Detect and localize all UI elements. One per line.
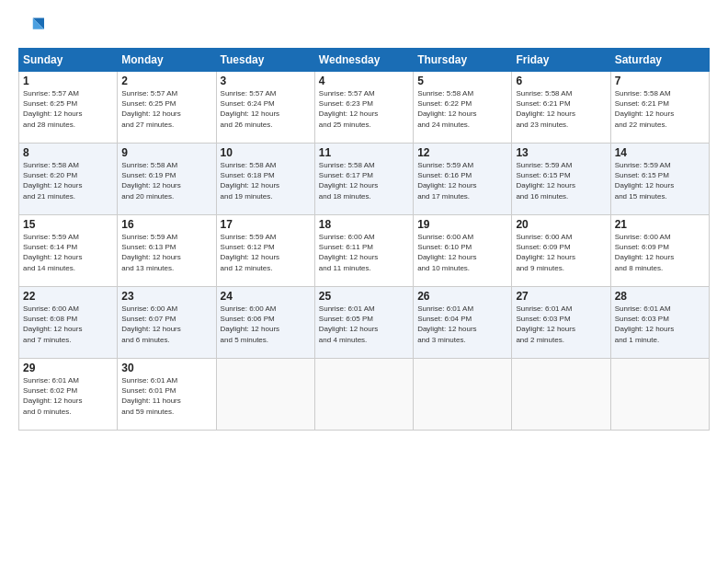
day-cell: 1Sunrise: 5:57 AM Sunset: 6:25 PM Daylig… [19, 72, 118, 144]
day-info: Sunrise: 5:58 AM Sunset: 6:22 PM Dayligh… [417, 88, 507, 130]
day-number: 13 [516, 146, 606, 159]
day-cell: 21Sunrise: 6:00 AM Sunset: 6:09 PM Dayli… [610, 215, 709, 287]
day-info: Sunrise: 5:57 AM Sunset: 6:24 PM Dayligh… [221, 88, 311, 130]
day-info: Sunrise: 6:01 AM Sunset: 6:04 PM Dayligh… [417, 304, 507, 345]
day-number: 24 [221, 290, 311, 303]
day-cell [414, 359, 512, 431]
day-number: 3 [221, 75, 311, 87]
day-cell: 18Sunrise: 6:00 AM Sunset: 6:11 PM Dayli… [314, 215, 413, 287]
day-info: Sunrise: 6:01 AM Sunset: 6:02 PM Dayligh… [23, 375, 113, 417]
day-cell [216, 359, 314, 431]
day-number: 8 [23, 146, 113, 159]
day-number: 15 [23, 218, 113, 231]
col-header-saturday: Saturday [610, 49, 709, 72]
day-number: 18 [319, 218, 409, 231]
col-header-sunday: Sunday [19, 49, 118, 72]
day-number: 1 [23, 75, 113, 87]
day-number: 25 [319, 290, 409, 303]
day-info: Sunrise: 5:58 AM Sunset: 6:17 PM Dayligh… [319, 160, 409, 201]
day-number: 6 [516, 75, 606, 87]
day-number: 10 [221, 146, 311, 159]
day-cell: 24Sunrise: 6:00 AM Sunset: 6:06 PM Dayli… [216, 287, 314, 359]
day-info: Sunrise: 5:59 AM Sunset: 6:15 PM Dayligh… [516, 160, 606, 201]
day-info: Sunrise: 5:57 AM Sunset: 6:25 PM Dayligh… [23, 88, 113, 130]
day-cell: 7Sunrise: 5:58 AM Sunset: 6:21 PM Daylig… [610, 72, 709, 144]
day-number: 7 [615, 75, 705, 87]
day-cell: 10Sunrise: 5:58 AM Sunset: 6:18 PM Dayli… [216, 144, 314, 215]
day-cell: 4Sunrise: 5:57 AM Sunset: 6:23 PM Daylig… [314, 72, 413, 144]
col-header-wednesday: Wednesday [314, 49, 413, 72]
day-info: Sunrise: 5:58 AM Sunset: 6:20 PM Dayligh… [23, 160, 113, 201]
day-info: Sunrise: 5:58 AM Sunset: 6:19 PM Dayligh… [121, 160, 211, 201]
day-cell [314, 359, 413, 431]
logo [18, 15, 48, 40]
page: SundayMondayTuesdayWednesdayThursdayFrid… [0, 0, 728, 563]
day-number: 16 [121, 218, 211, 231]
day-cell: 13Sunrise: 5:59 AM Sunset: 6:15 PM Dayli… [512, 144, 610, 215]
day-number: 11 [319, 146, 409, 159]
day-cell [512, 359, 610, 431]
day-number: 23 [121, 290, 211, 303]
day-cell: 14Sunrise: 5:59 AM Sunset: 6:15 PM Dayli… [610, 144, 709, 215]
col-header-friday: Friday [512, 49, 610, 72]
day-number: 21 [615, 218, 705, 231]
day-cell: 26Sunrise: 6:01 AM Sunset: 6:04 PM Dayli… [414, 287, 512, 359]
day-number: 2 [121, 75, 211, 87]
day-number: 28 [615, 290, 705, 303]
day-info: Sunrise: 6:00 AM Sunset: 6:10 PM Dayligh… [417, 232, 507, 273]
day-info: Sunrise: 5:59 AM Sunset: 6:16 PM Dayligh… [417, 160, 507, 201]
day-info: Sunrise: 5:59 AM Sunset: 6:12 PM Dayligh… [221, 232, 311, 273]
day-cell: 9Sunrise: 5:58 AM Sunset: 6:19 PM Daylig… [118, 144, 216, 215]
day-info: Sunrise: 6:00 AM Sunset: 6:09 PM Dayligh… [615, 232, 705, 273]
day-info: Sunrise: 5:58 AM Sunset: 6:18 PM Dayligh… [221, 160, 311, 201]
day-info: Sunrise: 6:01 AM Sunset: 6:05 PM Dayligh… [319, 304, 409, 345]
day-info: Sunrise: 5:57 AM Sunset: 6:23 PM Dayligh… [319, 88, 409, 130]
day-info: Sunrise: 5:58 AM Sunset: 6:21 PM Dayligh… [615, 88, 705, 130]
day-number: 9 [121, 146, 211, 159]
day-info: Sunrise: 6:00 AM Sunset: 6:08 PM Dayligh… [23, 304, 113, 345]
day-info: Sunrise: 6:00 AM Sunset: 6:11 PM Dayligh… [319, 232, 409, 273]
day-cell: 6Sunrise: 5:58 AM Sunset: 6:21 PM Daylig… [512, 72, 610, 144]
day-info: Sunrise: 5:59 AM Sunset: 6:15 PM Dayligh… [615, 160, 705, 201]
day-info: Sunrise: 6:00 AM Sunset: 6:07 PM Dayligh… [121, 304, 211, 345]
day-number: 29 [23, 362, 113, 374]
day-number: 20 [516, 218, 606, 231]
day-cell: 29Sunrise: 6:01 AM Sunset: 6:02 PM Dayli… [19, 359, 118, 431]
day-info: Sunrise: 5:58 AM Sunset: 6:21 PM Dayligh… [516, 88, 606, 130]
week-row-1: 1Sunrise: 5:57 AM Sunset: 6:25 PM Daylig… [19, 72, 710, 144]
day-cell: 5Sunrise: 5:58 AM Sunset: 6:22 PM Daylig… [414, 72, 512, 144]
day-info: Sunrise: 6:01 AM Sunset: 6:03 PM Dayligh… [615, 304, 705, 345]
day-number: 30 [121, 362, 211, 374]
week-row-3: 15Sunrise: 5:59 AM Sunset: 6:14 PM Dayli… [19, 215, 710, 287]
day-info: Sunrise: 6:00 AM Sunset: 6:09 PM Dayligh… [516, 232, 606, 273]
day-cell: 27Sunrise: 6:01 AM Sunset: 6:03 PM Dayli… [512, 287, 610, 359]
day-info: Sunrise: 6:01 AM Sunset: 6:03 PM Dayligh… [516, 304, 606, 345]
logo-icon [18, 15, 44, 40]
day-cell: 20Sunrise: 6:00 AM Sunset: 6:09 PM Dayli… [512, 215, 610, 287]
day-cell: 15Sunrise: 5:59 AM Sunset: 6:14 PM Dayli… [19, 215, 118, 287]
day-number: 4 [319, 75, 409, 87]
day-cell: 8Sunrise: 5:58 AM Sunset: 6:20 PM Daylig… [19, 144, 118, 215]
day-cell: 28Sunrise: 6:01 AM Sunset: 6:03 PM Dayli… [610, 287, 709, 359]
week-row-5: 29Sunrise: 6:01 AM Sunset: 6:02 PM Dayli… [19, 359, 710, 431]
col-header-monday: Monday [118, 49, 216, 72]
day-info: Sunrise: 6:01 AM Sunset: 6:01 PM Dayligh… [121, 375, 211, 417]
day-info: Sunrise: 5:59 AM Sunset: 6:14 PM Dayligh… [23, 232, 113, 273]
day-cell: 12Sunrise: 5:59 AM Sunset: 6:16 PM Dayli… [414, 144, 512, 215]
week-row-4: 22Sunrise: 6:00 AM Sunset: 6:08 PM Dayli… [19, 287, 710, 359]
day-cell: 16Sunrise: 5:59 AM Sunset: 6:13 PM Dayli… [118, 215, 216, 287]
day-cell: 25Sunrise: 6:01 AM Sunset: 6:05 PM Dayli… [314, 287, 413, 359]
day-info: Sunrise: 6:00 AM Sunset: 6:06 PM Dayligh… [221, 304, 311, 345]
day-number: 17 [221, 218, 311, 231]
header-row: SundayMondayTuesdayWednesdayThursdayFrid… [19, 49, 710, 72]
calendar-table: SundayMondayTuesdayWednesdayThursdayFrid… [18, 48, 710, 431]
col-header-tuesday: Tuesday [216, 49, 314, 72]
day-number: 5 [417, 75, 507, 87]
col-header-thursday: Thursday [414, 49, 512, 72]
day-cell: 22Sunrise: 6:00 AM Sunset: 6:08 PM Dayli… [19, 287, 118, 359]
day-number: 19 [417, 218, 507, 231]
day-cell: 30Sunrise: 6:01 AM Sunset: 6:01 PM Dayli… [118, 359, 216, 431]
day-cell: 11Sunrise: 5:58 AM Sunset: 6:17 PM Dayli… [314, 144, 413, 215]
header [18, 15, 710, 40]
day-cell: 2Sunrise: 5:57 AM Sunset: 6:25 PM Daylig… [118, 72, 216, 144]
